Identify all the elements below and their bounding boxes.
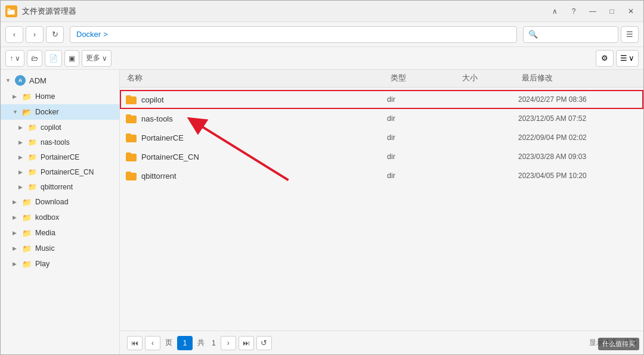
table-row[interactable]: copilot dir 2024/02/27 PM 08:36 <box>120 90 643 109</box>
sidebar-item-adm[interactable]: ▼ A ADM <box>1 72 119 89</box>
window-controls: ∧ ? — □ ✕ <box>547 5 639 17</box>
table-row[interactable]: nas-tools dir 2023/12/05 AM 07:52 <box>120 109 643 128</box>
folder-icon <box>126 152 137 161</box>
maximize-btn[interactable]: □ <box>604 5 620 17</box>
refresh-button[interactable]: ↻ <box>46 26 64 43</box>
title-bar: 文件资源管理器 ∧ ? — □ ✕ <box>1 1 643 22</box>
sidebar-item-portainerCE[interactable]: ▶ 📁 PortainerCE <box>1 150 119 164</box>
action-bar: ↑ ∨ 🗁 📄 ▣ 更多 ∨ ⚙ ☰ ∨ <box>1 47 643 70</box>
folder-icon-music: 📁 <box>22 244 32 253</box>
upload-button[interactable]: ↑ ∨ <box>5 50 24 67</box>
new-folder-button[interactable]: 🗁 <box>27 50 42 67</box>
file-name: copilot <box>141 95 164 104</box>
sidebar-label-play: Play <box>35 260 49 268</box>
address-bar[interactable]: Docker > <box>70 26 517 43</box>
folder-icon-portainerCE: 📁 <box>28 153 37 161</box>
view-options-button[interactable]: ☰ <box>621 26 639 43</box>
file-date: 2023/04/05 PM 10:20 <box>518 172 637 180</box>
svg-rect-1 <box>7 8 11 10</box>
more-button[interactable]: 更多 ∨ <box>82 50 112 67</box>
new-file-button[interactable]: 📄 <box>45 50 62 67</box>
upload-arrow: ∨ <box>15 54 20 63</box>
sidebar-item-portainerCE-cn[interactable]: ▶ 📁 PortainerCE_CN <box>1 164 119 179</box>
col-size[interactable]: 大小 <box>460 73 519 83</box>
sidebar-item-home[interactable]: ▶ 📁 Home <box>1 89 119 104</box>
search-box[interactable]: 🔍 <box>523 26 618 43</box>
sidebar-item-download[interactable]: ▶ 📁 Download <box>1 194 119 210</box>
back-button[interactable]: ‹ <box>5 26 23 43</box>
sidebar-label-music: Music <box>35 244 55 253</box>
table-row[interactable]: PortainerCE_CN dir 2023/03/28 AM 09:03 <box>120 147 643 166</box>
folder-icon-portainerCE-cn: 📁 <box>28 168 37 176</box>
folder-icon-copilot: 📁 <box>28 123 37 132</box>
file-list: copilot dir 2024/02/27 PM 08:36 nas-tool… <box>120 88 643 188</box>
file-type: dir <box>387 172 459 180</box>
first-page-button[interactable]: ⏮ <box>127 336 143 350</box>
file-manager-window: 文件资源管理器 ∧ ? — □ ✕ ‹ › ↻ Docker > 🔍 ☰ ↑ ∨… <box>0 0 644 355</box>
expand-icon: ▶ <box>18 139 24 145</box>
upload-icon: ↑ <box>10 54 13 63</box>
next-page-button[interactable]: › <box>221 336 236 350</box>
expand-arrow-icon: ▼ <box>5 77 11 83</box>
table-header: 名称 类型 大小 最后修改 <box>120 70 643 88</box>
file-type: dir <box>387 114 459 123</box>
sidebar-label-portainerCE: PortainerCE <box>41 153 79 161</box>
expand-icon: ▶ <box>13 230 18 236</box>
expand-icon: ▼ <box>13 109 18 115</box>
sidebar-item-media[interactable]: ▶ 📁 Media <box>1 225 119 241</box>
forward-button[interactable]: › <box>26 26 44 43</box>
expand-icon: ▶ <box>13 199 18 205</box>
select-button[interactable]: ▣ <box>64 50 79 67</box>
file-type: dir <box>387 95 459 104</box>
minimize-btn[interactable]: — <box>585 5 600 17</box>
settings-button[interactable]: ⚙ <box>596 50 614 67</box>
sidebar-label-docker: Docker <box>35 108 59 116</box>
address-separator: > <box>103 30 108 39</box>
refresh-list-button[interactable]: ↺ <box>256 336 272 350</box>
folder-icon: 📁 <box>22 92 32 101</box>
prev-page-button[interactable]: ‹ <box>145 336 160 350</box>
total-pages: 1 <box>212 339 216 347</box>
sidebar-item-play[interactable]: ▶ 📁 Play <box>1 256 119 272</box>
select-icon: ▣ <box>69 54 75 63</box>
sidebar-label-portainerCE-cn: PortainerCE_CN <box>41 168 94 176</box>
sidebar-label-media: Media <box>35 229 55 237</box>
list-mode-button[interactable]: ☰ ∨ <box>616 50 639 67</box>
table-row[interactable]: qbittorrent dir 2023/04/05 PM 10:20 <box>120 166 643 185</box>
sidebar-label-qbt: qbittorrent <box>41 183 73 191</box>
help-btn[interactable]: ? <box>566 5 581 17</box>
expand-icon: ▶ <box>18 184 24 190</box>
file-name-cell: PortainerCE_CN <box>126 152 387 161</box>
sidebar-label-copilot: copilot <box>41 123 61 132</box>
folder-icon: 🗁 <box>31 54 38 63</box>
sidebar-item-copilot[interactable]: ▶ 📁 copilot <box>1 120 119 135</box>
sidebar-label-download: Download <box>35 198 69 206</box>
file-name-cell: copilot <box>126 95 387 104</box>
file-name: PortainerCE <box>141 133 184 142</box>
current-page[interactable]: 1 <box>177 336 193 350</box>
sidebar-item-kodbox[interactable]: ▶ 📁 kodbox <box>1 210 119 225</box>
col-modified[interactable]: 最后修改 <box>519 73 639 83</box>
more-arrow-icon: ∨ <box>102 54 107 63</box>
last-page-button[interactable]: ⏭ <box>239 336 254 350</box>
file-icon: 📄 <box>49 54 58 63</box>
sidebar-item-qbittorrent[interactable]: ▶ 📁 qbittorrent <box>1 179 119 194</box>
col-type[interactable]: 类型 <box>388 73 460 83</box>
total-label: 共 <box>197 338 205 348</box>
close-btn[interactable]: ✕ <box>623 5 639 17</box>
expand-icon: ▶ <box>13 94 18 99</box>
table-row[interactable]: PortainerCE dir 2022/09/04 PM 02:02 <box>120 128 643 147</box>
sidebar-item-nas-tools[interactable]: ▶ 📁 nas-tools <box>1 135 119 150</box>
expand-icon: ▶ <box>13 261 18 267</box>
sidebar-item-docker[interactable]: ▼ 📂 Docker <box>1 104 119 120</box>
watermark: 什么值得买 <box>598 338 639 350</box>
folder-icon-nas: 📁 <box>28 138 37 147</box>
folder-icon <box>126 171 137 180</box>
sidebar-label-home: Home <box>35 92 55 101</box>
chevron-up-btn[interactable]: ∧ <box>547 5 562 17</box>
folder-icon-play: 📁 <box>22 260 32 269</box>
col-name[interactable]: 名称 <box>125 73 388 83</box>
sidebar-label-kodbox: kodbox <box>35 213 59 222</box>
sidebar-item-music[interactable]: ▶ 📁 Music <box>1 241 119 256</box>
adm-label: ADM <box>29 76 47 85</box>
